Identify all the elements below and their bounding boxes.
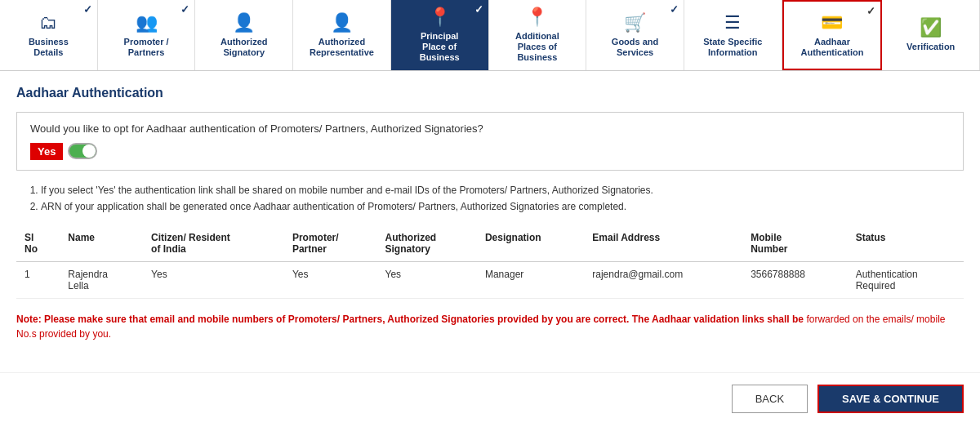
table-header-row: SlNo Name Citizen/ Residentof India Prom… — [16, 225, 964, 262]
tab-additional-places[interactable]: 📍 AdditionalPlaces ofBusiness — [489, 0, 587, 70]
col-email: Email Address — [584, 225, 742, 262]
tab-label-business-details: BusinessDetails — [29, 37, 69, 58]
tab-label-promoter-partners: Promoter /Partners — [124, 37, 169, 58]
tab-aadhaar-auth[interactable]: ✓ 💳 AadhaarAuthentication — [782, 0, 883, 70]
check-goods-services: ✓ — [670, 3, 679, 16]
tab-label-aadhaar-auth: AadhaarAuthentication — [800, 37, 863, 58]
cell-mobile: 3566788888 — [742, 262, 847, 299]
principal-place-icon: 📍 — [429, 7, 451, 28]
check-aadhaar-auth: ✓ — [866, 5, 875, 17]
col-designation: Designation — [477, 225, 584, 262]
auth-table: SlNo Name Citizen/ Residentof India Prom… — [16, 225, 964, 299]
tab-label-state-specific: State SpecificInformation — [703, 37, 762, 58]
verification-icon: ✅ — [920, 17, 942, 38]
col-sl: SlNo — [16, 225, 60, 262]
page-title: Aadhaar Authentication — [16, 86, 964, 100]
tab-label-principal-place: PrincipalPlace ofBusiness — [420, 31, 460, 64]
cell-citizen: Yes — [143, 262, 284, 299]
tab-authorized-representative[interactable]: 👤 AuthorizedRepresentative — [293, 0, 391, 70]
goods-services-icon: 🛒 — [624, 12, 646, 33]
state-specific-icon: ☰ — [724, 12, 741, 33]
col-promoter: Promoter/Partner — [284, 225, 377, 262]
tab-label-verification: Verification — [906, 42, 955, 52]
table-row: 1 RajendraLella Yes Yes Yes Manager raje… — [16, 262, 964, 299]
note-2: ARN of your application shall be generat… — [41, 200, 964, 214]
cell-status: AuthenticationRequired — [848, 262, 964, 299]
toggle-switch[interactable] — [68, 143, 97, 159]
cell-name: RajendraLella — [60, 262, 143, 299]
tab-label-goods-services: Goods andServices — [612, 37, 658, 58]
additional-places-icon: 📍 — [526, 7, 548, 28]
nav-tabs: ✓ 🗂 BusinessDetails ✓ 👥 Promoter /Partne… — [0, 0, 980, 71]
note-1: If you select 'Yes' the authentication l… — [41, 184, 964, 198]
main-content: Aadhaar Authentication Would you like to… — [0, 71, 980, 373]
tab-principal-place[interactable]: ✓ 📍 PrincipalPlace ofBusiness — [391, 0, 489, 70]
check-business-details: ✓ — [83, 3, 92, 16]
cell-sl: 1 — [16, 262, 60, 299]
authorized-representative-icon: 👤 — [331, 12, 353, 33]
tab-business-details[interactable]: ✓ 🗂 BusinessDetails — [0, 0, 98, 70]
col-status: Status — [848, 225, 964, 262]
promoter-partners-icon: 👥 — [136, 12, 158, 33]
cell-email: rajendra@gmail.com — [584, 262, 742, 299]
tab-promoter-partners[interactable]: ✓ 👥 Promoter /Partners — [98, 0, 196, 70]
col-auth-signatory: AuthorizedSignatory — [376, 225, 476, 262]
red-note-bold: Note: Please make sure that email and mo… — [16, 314, 804, 325]
col-mobile: MobileNumber — [742, 225, 847, 262]
cell-auth-signatory: Yes — [376, 262, 476, 299]
tab-label-authorized-signatory: AuthorizedSignatory — [220, 37, 267, 58]
authorized-signatory-icon: 👤 — [233, 12, 255, 33]
yes-toggle-container: Yes — [30, 143, 950, 160]
question-text: Would you like to opt for Aadhaar authen… — [30, 122, 950, 135]
cell-promoter: Yes — [284, 262, 377, 299]
tab-verification[interactable]: ✅ Verification — [882, 0, 980, 70]
col-citizen: Citizen/ Residentof India — [143, 225, 284, 262]
tab-label-additional-places: AdditionalPlaces ofBusiness — [515, 31, 559, 64]
question-box: Would you like to opt for Aadhaar authen… — [16, 112, 964, 171]
toggle-knob — [82, 145, 96, 158]
tab-state-specific[interactable]: ☰ State SpecificInformation — [684, 0, 782, 70]
yes-label: Yes — [30, 143, 63, 160]
footer-buttons: BACK SAVE & CONTINUE — [0, 372, 980, 425]
notes-section: If you select 'Yes' the authentication l… — [16, 184, 964, 215]
col-name: Name — [60, 225, 143, 262]
cell-designation: Manager — [477, 262, 584, 299]
red-note: Note: Please make sure that email and mo… — [16, 312, 964, 341]
business-details-icon: 🗂 — [39, 12, 57, 33]
tab-goods-services[interactable]: ✓ 🛒 Goods andServices — [586, 0, 684, 70]
aadhaar-auth-icon: 💳 — [821, 12, 843, 33]
back-button[interactable]: BACK — [732, 385, 808, 413]
tab-authorized-signatory[interactable]: 👤 AuthorizedSignatory — [195, 0, 293, 70]
check-promoter-partners: ✓ — [180, 3, 189, 16]
tab-label-authorized-representative: AuthorizedRepresentative — [310, 37, 374, 58]
check-principal-place: ✓ — [474, 3, 483, 16]
save-continue-button[interactable]: SAVE & CONTINUE — [817, 385, 964, 413]
